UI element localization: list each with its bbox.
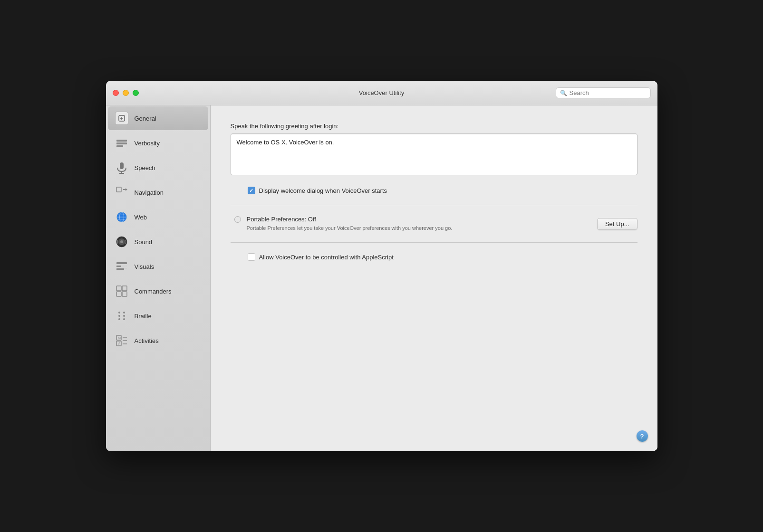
navigation-icon (115, 185, 129, 200)
svg-point-34 (123, 318, 125, 320)
svg-rect-9 (116, 187, 121, 192)
svg-point-30 (123, 312, 125, 314)
svg-point-31 (118, 315, 120, 317)
sidebar-item-braille[interactable]: Braille (108, 304, 208, 328)
app-window: VoiceOver Utility 🔍 General (106, 81, 657, 451)
svg-rect-3 (116, 140, 127, 142)
sidebar-item-label-visuals: Visuals (135, 263, 155, 270)
applescript-label: Allow VoiceOver to be controlled with Ap… (259, 254, 394, 261)
greeting-textarea[interactable]: Welcome to OS X. VoiceOver is on. (231, 133, 637, 175)
welcome-dialog-checkbox[interactable] (248, 187, 255, 194)
welcome-dialog-row: Display welcome dialog when VoiceOver st… (248, 187, 637, 194)
activities-icon: ✉ ✓ (115, 333, 129, 348)
svg-marker-11 (126, 188, 127, 191)
welcome-dialog-label: Display welcome dialog when VoiceOver st… (259, 187, 387, 194)
svg-rect-26 (122, 286, 127, 291)
braille-icon (115, 309, 129, 323)
sidebar-item-label-braille: Braille (135, 313, 152, 320)
divider-1 (231, 205, 637, 205)
sidebar-item-label-general: General (135, 115, 156, 122)
svg-point-19 (120, 240, 123, 243)
sidebar-item-navigation[interactable]: Navigation (108, 180, 208, 204)
svg-text:✓: ✓ (117, 341, 121, 346)
svg-rect-5 (116, 145, 123, 147)
svg-point-33 (118, 318, 120, 320)
svg-rect-4 (116, 142, 127, 144)
traffic-lights (113, 90, 139, 96)
sidebar-item-label-sound: Sound (135, 238, 153, 246)
sidebar-item-web[interactable]: Web (108, 205, 208, 229)
sidebar-item-activities[interactable]: ✉ ✓ Activities (108, 329, 208, 352)
sidebar-item-label-speech: Speech (135, 164, 155, 171)
sidebar: General Verbosity (106, 105, 211, 451)
svg-text:✉: ✉ (118, 336, 122, 341)
window-title: VoiceOver Utility (359, 89, 404, 96)
help-button[interactable]: ? (637, 430, 648, 442)
sidebar-item-label-navigation: Navigation (135, 189, 164, 196)
portable-radio[interactable] (234, 216, 241, 223)
divider-2 (231, 242, 637, 243)
svg-rect-27 (116, 292, 121, 296)
svg-rect-6 (120, 162, 124, 169)
applescript-checkbox[interactable] (248, 253, 255, 261)
sidebar-item-label-verbosity: Verbosity (135, 140, 160, 147)
portable-title: Portable Preferences: Off (247, 216, 591, 223)
sidebar-item-general[interactable]: General (108, 106, 208, 130)
verbosity-icon (115, 136, 129, 150)
svg-rect-24 (116, 268, 124, 270)
sidebar-item-label-commanders: Commanders (135, 288, 172, 295)
setup-button[interactable]: Set Up... (597, 218, 637, 230)
portable-desc: Portable Preferences let you take your V… (247, 225, 591, 232)
sidebar-item-verbosity[interactable]: Verbosity (108, 131, 208, 155)
svg-point-32 (123, 315, 125, 317)
sidebar-item-visuals[interactable]: Visuals (108, 255, 208, 278)
sidebar-item-commanders[interactable]: Commanders (108, 279, 208, 303)
titlebar: VoiceOver Utility 🔍 (106, 81, 657, 105)
speech-icon (115, 161, 129, 175)
close-button[interactable] (113, 90, 119, 96)
main-panel: Speak the following greeting after login… (211, 105, 657, 451)
svg-rect-25 (116, 286, 121, 291)
visuals-icon (115, 259, 129, 274)
svg-rect-28 (122, 292, 127, 296)
web-icon (115, 210, 129, 224)
sound-icon (115, 235, 129, 249)
svg-rect-20 (116, 262, 127, 264)
maximize-button[interactable] (133, 90, 139, 96)
svg-point-29 (118, 312, 120, 314)
sidebar-item-label-web: Web (135, 214, 147, 221)
general-icon (115, 111, 129, 125)
search-icon: 🔍 (560, 90, 567, 96)
sidebar-item-speech[interactable]: Speech (108, 156, 208, 180)
search-input[interactable] (570, 89, 647, 96)
commanders-icon (115, 284, 129, 298)
sidebar-item-sound[interactable]: Sound (108, 230, 208, 254)
sidebar-item-label-activities: Activities (135, 337, 159, 344)
applescript-row: Allow VoiceOver to be controlled with Ap… (248, 253, 637, 261)
portable-text-group: Portable Preferences: Off Portable Prefe… (247, 216, 591, 232)
search-bar: 🔍 (556, 87, 651, 98)
minimize-button[interactable] (123, 90, 129, 96)
portable-section: Portable Preferences: Off Portable Prefe… (231, 216, 637, 232)
content-area: General Verbosity (106, 105, 657, 451)
svg-rect-22 (116, 266, 121, 267)
greeting-label: Speak the following greeting after login… (231, 123, 637, 130)
